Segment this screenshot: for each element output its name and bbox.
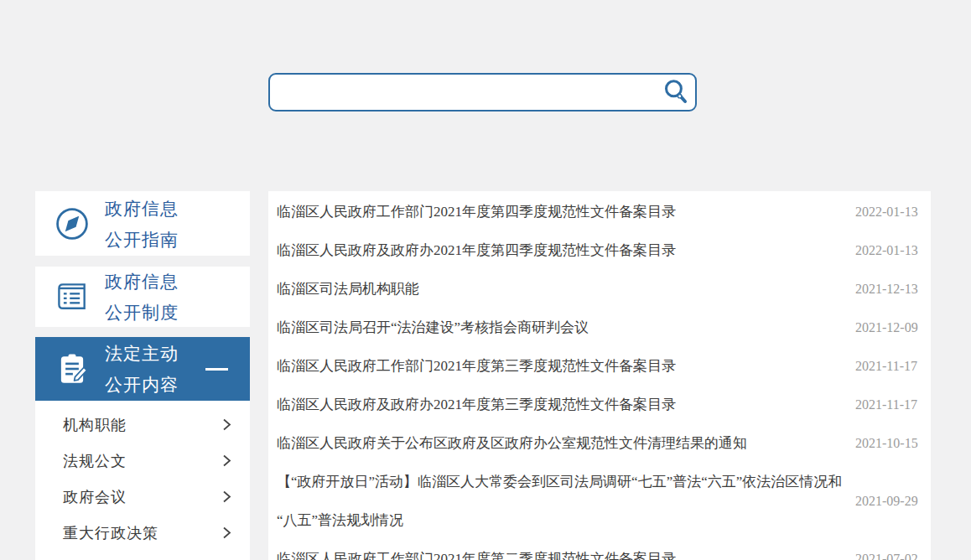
article-row[interactable]: 临淄区司法局机构职能 2021-12-13 [277, 270, 909, 309]
article-title[interactable]: 临淄区人民政府及政府办2021年度第三季度规范性文件备案目录 [277, 386, 855, 424]
sidebar-menu-item[interactable]: 重大行政决策 [35, 515, 250, 551]
chevron-right-icon [222, 417, 231, 432]
chevron-right-icon [222, 490, 231, 504]
article-date: 2021-10-15 [855, 436, 918, 451]
search-icon [662, 78, 690, 106]
chevron-right-icon [222, 526, 231, 540]
article-row[interactable]: 临淄区人民政府及政府办2021年度第三季度规范性文件备案目录 2021-11-1… [277, 386, 909, 424]
article-title[interactable]: 临淄区司法局机构职能 [277, 270, 855, 309]
sidebar-menu-item-label: 重大行政决策 [63, 523, 158, 543]
article-date: 2021-11-17 [855, 397, 917, 412]
article-title[interactable]: 临淄区司法局召开“法治建设”考核指会商研判会议 [277, 309, 855, 347]
sidebar-menu-item-label: 机构职能 [63, 415, 127, 435]
compass-icon [54, 205, 91, 242]
article-title[interactable]: 【“政府开放日”活动】临淄区人大常委会到区司法局调研“七五”普法“六五”依法治区… [277, 463, 855, 540]
article-title[interactable]: 临淄区人民政府工作部门2021年度第三季度规范性文件备案目录 [277, 347, 855, 386]
ledger-icon [54, 278, 91, 315]
sidebar-item-label: 法定主动 公开内容 [105, 338, 179, 400]
article-date: 2021-11-17 [855, 359, 917, 374]
article-title[interactable]: 临淄区人民政府关于公布区政府及区政府办公室规范性文件清理结果的通知 [277, 424, 855, 463]
sidebar-menu-item[interactable]: 规范性文件 [35, 551, 250, 560]
sidebar-item-label: 政府信息 公开制度 [105, 266, 179, 328]
article-row[interactable]: 临淄区司法局召开“法治建设”考核指会商研判会议 2021-12-09 [277, 309, 909, 347]
search-button[interactable] [657, 75, 695, 110]
search-bar [268, 73, 697, 111]
sidebar-menu-item[interactable]: 机构职能 [35, 407, 250, 443]
article-date: 2021-09-29 [855, 494, 918, 509]
sidebar-menu-item-label: 政府会议 [63, 487, 127, 507]
article-title[interactable]: 临淄区人民政府工作部门2021年度第四季度规范性文件备案目录 [277, 193, 855, 231]
article-date: 2022-01-13 [855, 243, 918, 258]
page: 政府信息 公开指南 政府信息 公开制度 [0, 0, 971, 560]
sidebar-item-gov-info-guide[interactable]: 政府信息 公开指南 [35, 191, 250, 256]
article-date: 2022-01-13 [855, 205, 918, 220]
search-input[interactable] [270, 75, 657, 110]
sidebar-item-gov-info-system[interactable]: 政府信息 公开制度 [35, 267, 250, 327]
minus-icon [205, 368, 228, 371]
sidebar-item-statutory-disclosure[interactable]: 法定主动 公开内容 [35, 337, 250, 401]
sidebar-submenu: 机构职能 法规公文 政府会议 重大行政决策 规范性文件 [35, 401, 250, 560]
article-title[interactable]: 临淄区人民政府及政府办2021年度第四季度规范性文件备案目录 [277, 231, 855, 270]
article-date: 2021-12-13 [855, 282, 918, 297]
sidebar-menu-item-label: 法规公文 [63, 451, 127, 471]
sidebar-menu-item[interactable]: 政府会议 [35, 479, 250, 515]
sidebar-item-label: 政府信息 公开指南 [105, 193, 179, 255]
clipboard-pencil-icon [54, 350, 91, 387]
article-row[interactable]: 临淄区人民政府及政府办2021年度第四季度规范性文件备案目录 2022-01-1… [277, 231, 909, 270]
article-row[interactable]: 临淄区人民政府工作部门2021年度第四季度规范性文件备案目录 2022-01-1… [277, 193, 909, 231]
article-row[interactable]: 【“政府开放日”活动】临淄区人大常委会到区司法局调研“七五”普法“六五”依法治区… [277, 463, 909, 540]
chevron-right-icon [222, 454, 231, 468]
article-date: 2021-07-02 [855, 552, 918, 560]
sidebar-menu-item[interactable]: 法规公文 [35, 443, 250, 479]
article-title[interactable]: 临淄区人民政府工作部门2021年度第二季度规范性文件备案目录 [277, 540, 855, 560]
article-list: 临淄区人民政府工作部门2021年度第四季度规范性文件备案目录 2022-01-1… [268, 191, 931, 560]
article-date: 2021-12-09 [855, 320, 918, 335]
article-row[interactable]: 临淄区人民政府关于公布区政府及区政府办公室规范性文件清理结果的通知 2021-1… [277, 424, 909, 463]
article-row[interactable]: 临淄区人民政府工作部门2021年度第二季度规范性文件备案目录 2021-07-0… [277, 540, 909, 560]
article-row[interactable]: 临淄区人民政府工作部门2021年度第三季度规范性文件备案目录 2021-11-1… [277, 347, 909, 386]
